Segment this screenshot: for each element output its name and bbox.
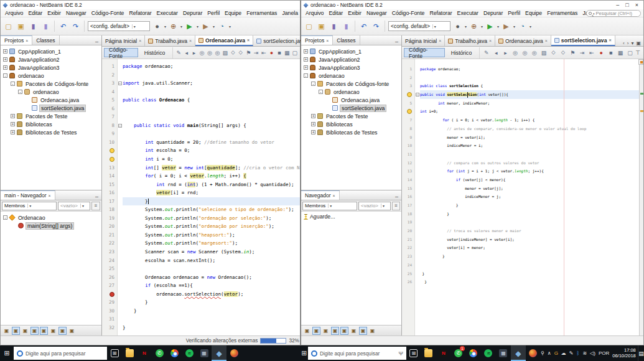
collapse-icon[interactable]: -	[304, 73, 308, 78]
expand-icon[interactable]: +	[3, 49, 7, 54]
menu-janela[interactable]: Janela	[279, 10, 301, 16]
onedrive-icon[interactable]: ☁	[561, 350, 566, 356]
menu-exibir[interactable]: Exibir	[45, 10, 63, 16]
comment-icon[interactable]: ▦	[284, 49, 290, 57]
file-explorer-taskbar-icon[interactable]	[421, 345, 436, 361]
pin-icon[interactable]: ⊤	[635, 50, 642, 56]
tree-item-sortselection-java[interactable]: +sortSelection.java	[301, 104, 401, 112]
sort-alpha-icon[interactable]: ▣	[359, 327, 367, 335]
build-icon[interactable]: ●	[452, 21, 463, 32]
shift-left-icon[interactable]: ⇤	[261, 49, 267, 57]
save-icon[interactable]: ▮	[28, 21, 39, 32]
minimize-panel-button[interactable]: –	[92, 39, 101, 45]
find-prev-icon[interactable]: ◎	[530, 49, 538, 57]
find-prev-icon[interactable]: ◎	[214, 49, 220, 57]
tree-item-pacotes-de-teste[interactable]: +Pacotes de Teste	[1, 112, 101, 120]
tree-item-sortselection-java[interactable]: +sortSelection.java	[1, 104, 101, 112]
toggle-highlight-icon[interactable]: ▨	[222, 49, 228, 57]
whatsapp-taskbar-icon[interactable]: ✆	[152, 345, 167, 361]
expand-icon[interactable]: +	[304, 65, 308, 70]
menu-equipe[interactable]: Equipe	[222, 10, 244, 16]
tab-classes[interactable]: Classes	[32, 35, 59, 45]
save-all-icon[interactable]: ▮	[341, 21, 352, 32]
error-stripe[interactable]	[639, 59, 643, 335]
fold-collapse-icon[interactable]: –	[118, 82, 122, 85]
forward-icon[interactable]: ▸	[191, 49, 197, 57]
tree-item-pacotes-de-teste[interactable]: +Pacotes de Teste	[301, 112, 401, 120]
chevron-up-icon[interactable]: ∧	[548, 350, 551, 356]
debug-icon[interactable]: ▶	[200, 21, 211, 32]
minimize-panel-button[interactable]: –	[392, 39, 401, 45]
network-icon[interactable]: ≋	[582, 350, 587, 356]
file-explorer-taskbar-icon[interactable]	[122, 345, 137, 361]
menu-refatorar[interactable]: Refatorar	[126, 10, 154, 16]
new-project-icon[interactable]: ▣	[316, 21, 327, 32]
clean-build-icon[interactable]: ⊕	[469, 21, 479, 32]
chrome-taskbar-icon[interactable]	[167, 345, 182, 361]
calculator-taskbar-icon[interactable]: ▦	[197, 345, 212, 361]
close-icon[interactable]: ×	[489, 39, 492, 43]
menu-perfil[interactable]: Perfil	[505, 10, 523, 16]
macro-record-icon[interactable]: ●	[268, 49, 274, 57]
doc-tab-trabalho-java[interactable]: Trabalho.java×	[445, 35, 495, 46]
prev-bookmark-icon[interactable]: ⬦	[559, 49, 567, 57]
tab-classes[interactable]: Classes	[333, 35, 360, 45]
navigator-item-ordenacao[interactable]: -Ordenacao	[1, 213, 101, 222]
menu-ferramentas[interactable]: Ferramentas	[244, 10, 279, 16]
collapse-icon[interactable]: -	[311, 82, 315, 86]
show-protected-icon[interactable]: ▣	[30, 327, 39, 335]
run-icon[interactable]: ▶	[485, 21, 495, 32]
bluetooth-icon[interactable]: ᛒ	[577, 350, 580, 356]
expand-icon[interactable]: +	[311, 114, 315, 118]
show-fields-icon[interactable]: ▣	[12, 327, 20, 335]
menu-refatorar[interactable]: Refatorar	[427, 10, 454, 16]
tree-item-javaapplication2[interactable]: +JavaApplication2	[301, 55, 401, 63]
next-bookmark-icon[interactable]: ⬦	[549, 49, 558, 57]
view-historico[interactable]: Histórico	[139, 48, 170, 57]
view-historico[interactable]: Histórico	[446, 48, 477, 57]
find-selection-icon[interactable]: ◎	[511, 49, 519, 57]
fold-collapse-icon[interactable]: –	[416, 93, 419, 96]
close-button[interactable]: ×	[635, 2, 638, 8]
menu-executar[interactable]: Executar	[154, 10, 180, 16]
menu-navegar[interactable]: Navegar	[63, 10, 89, 16]
expand-icon[interactable]: +	[3, 57, 7, 62]
view-codigo-fonte[interactable]: Código-Fonte	[104, 48, 138, 57]
navigator-options-button[interactable]: ≡	[91, 202, 100, 210]
scroll-right-icon[interactable]: ›	[627, 40, 629, 46]
show-constructors-icon[interactable]: ▣	[322, 327, 330, 335]
shift-right-icon[interactable]: ⇥	[578, 49, 586, 57]
menu-codigo-fonte[interactable]: Código-Fonte	[390, 10, 427, 16]
netflix-taskbar-icon[interactable]: N	[436, 345, 451, 361]
collapse-icon[interactable]: -	[18, 90, 22, 94]
hint-bulb-icon[interactable]	[407, 92, 412, 97]
sort-alpha-icon[interactable]: ▣	[58, 327, 67, 335]
collapse-icon[interactable]: -	[319, 90, 323, 94]
pen-icon[interactable]: ✎	[569, 350, 574, 356]
toggle-bookmark-icon[interactable]: ⚑	[569, 49, 577, 57]
maximize-icon[interactable]: ▣	[636, 40, 641, 46]
chrome-taskbar-icon[interactable]	[466, 345, 481, 361]
menu-executar[interactable]: Executar	[455, 10, 481, 16]
tree-item-ordenacao[interactable]: -ordenacao	[1, 88, 101, 96]
expand-icon[interactable]: +	[11, 130, 15, 134]
expand-icon[interactable]: +	[311, 122, 315, 126]
titlebar-left[interactable]: ordenacao - NetBeans IDE 8.2	[1, 1, 300, 9]
macro-stop-icon[interactable]: ■	[607, 49, 615, 57]
close-icon[interactable]: ×	[247, 38, 250, 42]
navigator-item-main-string-args[interactable]: -main(String[] args)	[1, 222, 101, 230]
back-icon[interactable]: ◂	[183, 49, 189, 57]
titlebar-right[interactable]: ordenacao - NetBeans IDE 8.2 – □ ×	[301, 1, 643, 9]
calculator-taskbar-icon[interactable]: ▦	[496, 345, 511, 361]
close-icon[interactable]: ×	[49, 194, 51, 198]
view-codigo-fonte[interactable]: Código-Fonte	[404, 48, 445, 57]
spotify-taskbar-icon[interactable]: ≋	[481, 345, 496, 361]
scroll-left-icon[interactable]: ‹	[623, 40, 625, 46]
taskbar-search-left[interactable]: Digite aqui para pesquisar	[14, 347, 107, 360]
back-icon[interactable]: ◂	[492, 49, 500, 57]
menu-depurar[interactable]: Depurar	[180, 10, 205, 16]
expand-icon[interactable]: +	[11, 122, 15, 126]
expand-icon[interactable]: +	[3, 65, 7, 70]
tree-item-javaapplication3[interactable]: +JavaApplication3	[301, 63, 401, 72]
netbeans-taskbar-icon[interactable]: ◆	[511, 345, 526, 361]
